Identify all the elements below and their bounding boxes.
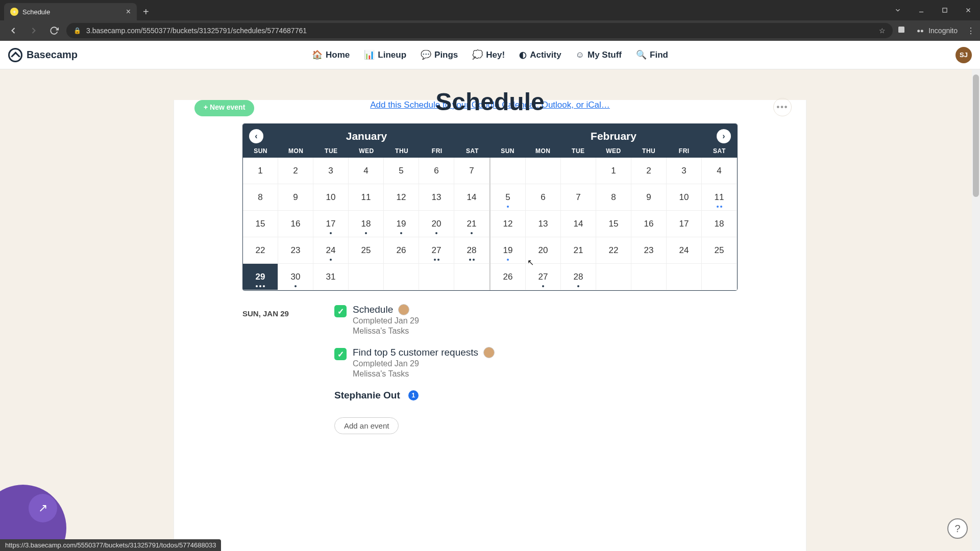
calendar-day[interactable]: 12 bbox=[384, 184, 419, 211]
nav-hey[interactable]: 💭Hey! bbox=[472, 49, 505, 60]
calendar-day[interactable]: 4 bbox=[349, 158, 384, 184]
calendar-day[interactable]: 31 bbox=[313, 264, 349, 290]
calendar-day[interactable]: 28 bbox=[561, 264, 596, 290]
nav-home[interactable]: 🏠Home bbox=[312, 49, 350, 60]
calendar-day[interactable]: 24 bbox=[313, 237, 349, 264]
calendar-day[interactable]: 27 bbox=[526, 264, 561, 290]
calendar-day[interactable]: 20 bbox=[526, 237, 561, 264]
calendar-day[interactable]: 6 bbox=[526, 184, 561, 211]
calendar-day[interactable]: 7 bbox=[454, 158, 489, 184]
calendar-day[interactable]: 5 bbox=[384, 158, 419, 184]
window-close-icon[interactable] bbox=[957, 0, 980, 20]
browser-tab[interactable]: ✦ Schedule × bbox=[4, 3, 137, 20]
calendar-day[interactable]: 22 bbox=[243, 237, 278, 264]
add-event-button[interactable]: Add an event bbox=[334, 417, 399, 434]
calendar-day[interactable]: 9 bbox=[278, 184, 313, 211]
app-header: Basecamp 🏠Home 📊Lineup 💬Pings 💭Hey! ◐Act… bbox=[0, 41, 980, 69]
reload-button[interactable] bbox=[46, 22, 62, 39]
agenda-item[interactable]: ✓Find top 5 customer requestsCompleted J… bbox=[334, 347, 738, 379]
calendar-day[interactable]: 11 bbox=[702, 184, 737, 211]
calendar-day[interactable]: 26 bbox=[491, 264, 526, 290]
calendar-day[interactable]: 17 bbox=[313, 211, 349, 237]
forward-button[interactable] bbox=[26, 22, 42, 39]
calendar-day[interactable]: 7 bbox=[561, 184, 596, 211]
address-bar[interactable]: 🔒 3.basecamp.com/5550377/buckets/3132579… bbox=[66, 23, 893, 38]
calendar-day[interactable]: 20 bbox=[419, 211, 454, 237]
calendar-day[interactable]: 23 bbox=[631, 237, 667, 264]
calendar-day[interactable]: 16 bbox=[631, 211, 667, 237]
calendar-dow-label: WED bbox=[596, 145, 631, 158]
incognito-badge[interactable]: Incognito bbox=[910, 23, 963, 39]
calendar-day[interactable]: 25 bbox=[702, 237, 737, 264]
help-fab-button[interactable]: ? bbox=[947, 518, 968, 539]
checkbox-checked-icon[interactable]: ✓ bbox=[334, 305, 347, 317]
calendar-day[interactable]: 1 bbox=[243, 158, 278, 184]
tab-close-icon[interactable]: × bbox=[126, 7, 131, 16]
calendar-day[interactable]: 28 bbox=[454, 237, 489, 264]
calendar-day[interactable]: 14 bbox=[561, 211, 596, 237]
calendar-day[interactable]: 24 bbox=[667, 237, 702, 264]
checkbox-checked-icon[interactable]: ✓ bbox=[334, 348, 347, 360]
calendar-day[interactable]: 2 bbox=[278, 158, 313, 184]
calendar-day[interactable]: 2 bbox=[631, 158, 667, 184]
calendar-day[interactable]: 19 bbox=[491, 237, 526, 264]
calendar-day[interactable]: 30 bbox=[278, 264, 313, 290]
calendar-day[interactable]: 17 bbox=[667, 211, 702, 237]
calendar-day[interactable]: 26 bbox=[384, 237, 419, 264]
agenda-item[interactable]: Stephanie Out1 bbox=[334, 390, 738, 401]
calendar-day[interactable]: 19 bbox=[384, 211, 419, 237]
calendar-day[interactable]: 23 bbox=[278, 237, 313, 264]
scrollbar-thumb[interactable] bbox=[973, 74, 979, 197]
nav-pings[interactable]: 💬Pings bbox=[421, 49, 458, 60]
nav-mystuff[interactable]: ☺My Stuff bbox=[576, 49, 622, 60]
calendar-day[interactable]: 8 bbox=[596, 184, 631, 211]
window-minimize-icon[interactable] bbox=[910, 0, 933, 20]
calendar-day[interactable]: 18 bbox=[349, 211, 384, 237]
scrollbar-track[interactable] bbox=[972, 69, 980, 551]
calendar-day[interactable]: 10 bbox=[313, 184, 349, 211]
calendar-day[interactable]: 9 bbox=[631, 184, 667, 211]
calendar-day[interactable]: 5 bbox=[491, 184, 526, 211]
calendar-day[interactable]: 4 bbox=[702, 158, 737, 184]
calendar-day[interactable]: 25 bbox=[349, 237, 384, 264]
calendar-prev-button[interactable]: ‹ bbox=[249, 129, 263, 143]
calendar-day[interactable]: 15 bbox=[243, 211, 278, 237]
calendar-day[interactable]: 8 bbox=[243, 184, 278, 211]
calendar-day[interactable]: 1 bbox=[596, 158, 631, 184]
calendar-day[interactable]: 12 bbox=[491, 211, 526, 237]
calendar-day[interactable]: 16 bbox=[278, 211, 313, 237]
calendar-dow-label: THU bbox=[384, 145, 420, 158]
window-maximize-icon[interactable] bbox=[933, 0, 957, 20]
nav-find[interactable]: 🔍Find bbox=[636, 49, 668, 60]
new-tab-button[interactable]: + bbox=[137, 3, 155, 20]
calendar-day[interactable]: 13 bbox=[526, 211, 561, 237]
calendar-day[interactable]: 18 bbox=[702, 211, 737, 237]
calendar-day[interactable]: 15 bbox=[596, 211, 631, 237]
calendar-day[interactable]: 21 bbox=[454, 211, 489, 237]
logo[interactable]: Basecamp bbox=[8, 48, 78, 62]
card-menu-button[interactable]: ••• bbox=[773, 98, 792, 116]
calendar-day[interactable]: 29 bbox=[243, 264, 278, 290]
nav-lineup[interactable]: 📊Lineup bbox=[364, 49, 406, 60]
calendar-day[interactable]: 22 bbox=[596, 237, 631, 264]
calendar-day[interactable]: 14 bbox=[454, 184, 489, 211]
agenda-item-completed: Completed Jan 29 bbox=[353, 316, 419, 325]
calendar-day[interactable]: 10 bbox=[667, 184, 702, 211]
tabs-dropdown-icon[interactable] bbox=[886, 0, 910, 20]
calendar-day[interactable]: 13 bbox=[419, 184, 454, 211]
calendar-day[interactable]: 6 bbox=[419, 158, 454, 184]
new-event-button[interactable]: + New event bbox=[194, 100, 254, 116]
browser-menu-icon[interactable]: ⋮ bbox=[967, 26, 975, 36]
user-avatar[interactable]: SJ bbox=[955, 47, 972, 63]
calendar-day[interactable]: 3 bbox=[313, 158, 349, 184]
bookmark-star-icon[interactable]: ☆ bbox=[879, 27, 886, 35]
calendar-day[interactable]: 21 bbox=[561, 237, 596, 264]
agenda-item[interactable]: ✓ScheduleCompleted Jan 29Melissa's Tasks bbox=[334, 304, 738, 336]
calendar-day[interactable]: 3 bbox=[667, 158, 702, 184]
nav-activity[interactable]: ◐Activity bbox=[519, 49, 561, 60]
back-button[interactable] bbox=[5, 22, 21, 39]
extension-icon[interactable] bbox=[897, 25, 906, 36]
calendar-next-button[interactable]: › bbox=[717, 129, 731, 143]
calendar-day[interactable]: 11 bbox=[349, 184, 384, 211]
calendar-day[interactable]: 27 bbox=[419, 237, 454, 264]
